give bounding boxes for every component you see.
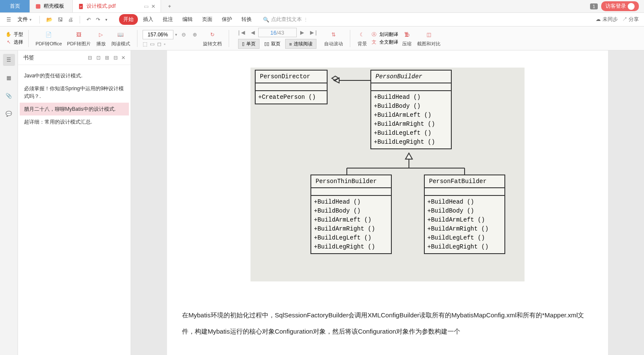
bookmark-item[interactable]: 超详细：常用的设计模式汇总. (20, 115, 129, 128)
file-menu[interactable]: 文件▾ (15, 15, 34, 24)
bookmark-item[interactable]: Java中的责任链设计模式. (20, 69, 129, 82)
bm-expand-icon[interactable]: ⊟ (88, 55, 92, 61)
uml-diagram: PersonDirector +CreatePerson () PersonBu… (250, 68, 525, 281)
uml-title: PersonThinBuilder (311, 175, 391, 188)
uml-method: +BuildLegRight () (427, 243, 502, 251)
double-page-button[interactable]: ▯▯双页 (260, 39, 284, 49)
bookmark-item[interactable]: 必须掌握！你知道Spring中运用的9种设计模式吗？. (20, 82, 129, 103)
uml-title: PersonDirector (256, 71, 327, 83)
search-input[interactable]: 🔍 点此查找文本 ⋮ (263, 16, 308, 23)
menu-tab-protect[interactable]: 保护 (218, 14, 236, 25)
background-button[interactable]: ☾背景 (355, 29, 369, 48)
dropdown-icon[interactable]: ▾ (104, 16, 109, 23)
toolbar: ✋手型 ↖选择 📄PDF转Office 🖼PDF转图片 ▷播放 📖阅读模式 ▾ … (0, 27, 644, 50)
fit-width-icon[interactable]: ⬚ (143, 41, 147, 47)
bookmark-item[interactable]: 腊月二十八，聊聊MyBatis中的设计模式. (20, 103, 129, 115)
uml-method: +BuildLegRight () (374, 138, 448, 147)
read-mode-button[interactable]: 📖阅读模式 (110, 29, 132, 48)
select-tool[interactable]: ↖选择 (5, 39, 23, 46)
avatar-icon (628, 3, 635, 10)
uml-class-builder: PersonBuilder +BuildHead ()+BuildBody ()… (370, 70, 452, 149)
screenshot-button[interactable]: ◫截图和对比 (415, 29, 442, 48)
login-button[interactable]: 访客登录 (601, 1, 639, 11)
icon-sidebar: ☰ ▦ 📎 💬 (0, 50, 18, 355)
hamburger-icon[interactable]: ☰ (5, 15, 12, 24)
uml-method: +BuildHead () (427, 198, 502, 207)
prev-page-icon[interactable]: ◀ (248, 30, 257, 36)
save-icon[interactable]: 🖫 (57, 15, 64, 24)
menu-tab-convert[interactable]: 转换 (237, 14, 256, 25)
sidebar-attachment-icon[interactable]: 📎 (3, 90, 15, 102)
continuous-button[interactable]: ≡连续阅读 (285, 39, 316, 49)
underline-icon: Ⓐ (371, 31, 378, 38)
tab-close-icon[interactable]: ✕ (151, 3, 155, 9)
compress-button[interactable]: 🗜压缩 (400, 29, 414, 48)
pdf-to-office-button[interactable]: 📄PDF转Office (34, 29, 64, 48)
bm-add-icon[interactable]: ⊞ (105, 55, 109, 61)
main-area: ☰ ▦ 📎 💬 书签 ⊟ ⊡ ⊞ ⊟ ✕ Java中的责任链设计模式. 必须掌握… (0, 50, 644, 355)
fit-visible-icon[interactable]: ▫ (164, 41, 166, 47)
redo-icon[interactable]: ↷ (95, 15, 101, 24)
sidebar-thumbnail-icon[interactable]: ▦ (3, 72, 15, 84)
bookmark-list: Java中的责任链设计模式. 必须掌握！你知道Spring中运用的9种设计模式吗… (18, 65, 131, 133)
bm-del-icon[interactable]: ⊟ (113, 55, 118, 61)
first-page-icon[interactable]: ❘◀ (234, 30, 247, 36)
tab-add-button[interactable]: + (161, 0, 178, 12)
menu-tab-insert[interactable]: 插入 (139, 14, 158, 25)
bm-collapse-icon[interactable]: ⊡ (96, 55, 101, 61)
single-page-button[interactable]: ▯单页 (238, 39, 259, 49)
double-page-icon: ▯▯ (264, 41, 269, 47)
pdf-icon: P (78, 3, 84, 9)
pdf-to-image-button[interactable]: 🖼PDF转图片 (66, 29, 92, 48)
uml-method: +BuildArmRight () (427, 225, 502, 234)
autoscroll-button[interactable]: ⇅自动滚动 (322, 29, 345, 48)
translate-icon: 文 (371, 39, 378, 46)
sidebar-comment-icon[interactable]: 💬 (3, 108, 15, 120)
document-viewport[interactable]: PersonDirector +CreatePerson () PersonBu… (131, 50, 644, 355)
menu-tab-edit[interactable]: 编辑 (178, 14, 197, 25)
tab-template[interactable]: 稻壳模板 (30, 0, 73, 12)
actual-size-icon[interactable]: ◻ (157, 41, 161, 47)
uml-method: +BuildBody () (374, 102, 448, 111)
last-page-icon[interactable]: ▶❘ (307, 30, 321, 36)
share-button[interactable]: ↗ 分享 (622, 16, 639, 23)
svg-marker-4 (334, 78, 339, 83)
print-icon[interactable]: 🖨 (67, 15, 75, 24)
sync-status[interactable]: ☁ 未同步 (596, 16, 617, 23)
fulltext-translate-button[interactable]: 文全文翻译 (371, 39, 398, 46)
notification-badge[interactable]: 1 (590, 3, 598, 9)
zoom-out-icon[interactable]: ⊖ (179, 32, 188, 38)
word-translate-button[interactable]: Ⓐ划词翻译 (371, 31, 398, 38)
menu-tab-annotate[interactable]: 批注 (158, 14, 177, 25)
menu-tab-page[interactable]: 页面 (198, 14, 217, 25)
hand-icon: ✋ (5, 31, 12, 38)
tab-menu-icon[interactable]: ▭ (144, 3, 149, 9)
next-page-icon[interactable]: ▶ (298, 30, 307, 36)
scroll-icon: ⇅ (328, 30, 339, 40)
tab-document[interactable]: P 设计模式.pdf ▭ ✕ (73, 0, 161, 12)
rotate-button[interactable]: ↻旋转文档 (201, 29, 224, 48)
uml-method: +BuildArmRight () (314, 225, 388, 234)
hand-tool[interactable]: ✋手型 (5, 31, 23, 38)
zoom-dropdown-icon[interactable]: ▾ (175, 33, 177, 37)
sidebar-outline-icon[interactable]: ☰ (3, 54, 15, 66)
body-paragraph: 在Mybatis环境的初始化过程中，SqlSessionFactoryBuild… (176, 307, 599, 339)
undo-icon[interactable]: ↶ (85, 15, 92, 24)
uml-method: +BuildLegRight () (314, 243, 388, 251)
menu-tab-start[interactable]: 开始 (119, 14, 138, 25)
uml-method: +BuildLegLeft () (427, 234, 502, 243)
fit-page-icon[interactable]: ▭ (150, 41, 155, 47)
uml-method: +BuildLegLeft () (314, 234, 388, 243)
page-input[interactable]: 16/43 (258, 28, 297, 37)
zoom-input[interactable] (143, 30, 173, 39)
uml-class-director: PersonDirector +CreatePerson () (255, 70, 328, 104)
bookmark-close-icon[interactable]: ✕ (121, 55, 125, 61)
tab-home[interactable]: 首页 (0, 0, 30, 12)
zoom-in-icon[interactable]: ⊕ (190, 32, 200, 38)
moon-icon: ☾ (357, 30, 367, 40)
uml-method: +BuildLegLeft () (374, 129, 448, 138)
play-button[interactable]: ▷播放 (94, 29, 108, 48)
single-page-icon: ▯ (242, 41, 244, 47)
uml-method: +BuildArmLeft () (374, 111, 448, 120)
open-icon[interactable]: 📂 (45, 15, 54, 24)
